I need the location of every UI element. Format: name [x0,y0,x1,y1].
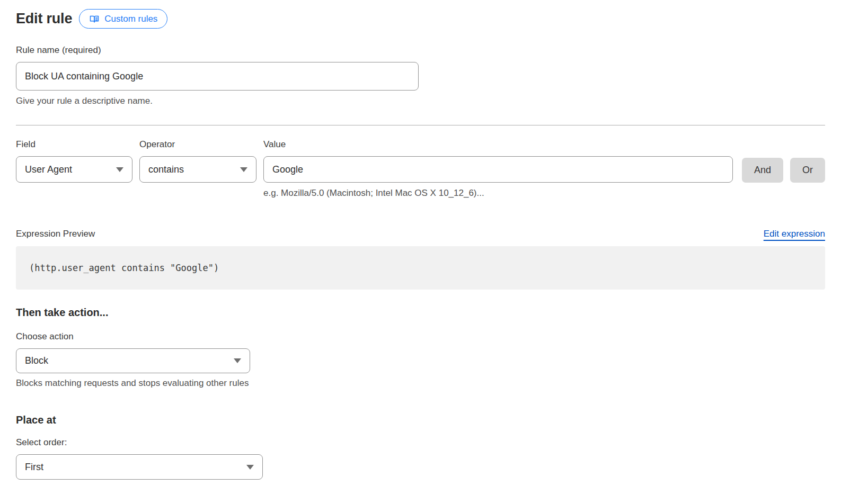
and-button[interactable]: And [742,158,783,183]
choose-action-label: Choose action [16,331,825,342]
field-column: Field User Agent [16,139,132,183]
or-button[interactable]: Or [790,158,825,183]
expression-preview-header: Expression Preview Edit expression [16,229,825,239]
chevron-down-icon [246,465,254,470]
select-order-label: Select order: [16,437,825,448]
action-select[interactable]: Block [16,348,250,373]
chevron-down-icon [234,358,241,363]
edit-expression-link[interactable]: Edit expression [764,229,825,239]
operator-select-value: contains [148,164,184,175]
page-header: Edit rule Custom rules [16,9,825,29]
action-section-heading: Then take action... [16,307,825,319]
page-title: Edit rule [16,11,72,27]
value-input[interactable] [263,156,733,183]
order-select[interactable]: First [16,454,263,480]
rule-name-help: Give your rule a descriptive name. [16,96,825,106]
custom-rules-badge-button[interactable]: Custom rules [79,9,167,29]
action-help: Blocks matching requests and stops evalu… [16,378,825,389]
operator-select[interactable]: contains [139,156,256,183]
field-select-value: User Agent [25,164,72,175]
value-column: Value e.g. Mozilla/5.0 (Macintosh; Intel… [263,139,733,199]
place-at-heading: Place at [16,414,825,426]
expression-builder-row: Field User Agent Operator contains Value… [16,139,825,199]
expression-code: (http.user_agent contains "Google") [29,263,219,273]
operator-label: Operator [139,139,256,150]
rule-name-input[interactable] [16,62,419,91]
chevron-down-icon [240,167,247,172]
expression-preview-label: Expression Preview [16,229,95,239]
action-select-value: Block [25,355,48,366]
operator-column: Operator contains [139,139,256,183]
rule-name-section: Rule name (required) Give your rule a de… [16,45,825,106]
order-select-value: First [25,462,43,473]
custom-rules-badge-label: Custom rules [104,14,157,24]
field-label: Field [16,139,132,150]
section-divider [16,125,825,125]
rule-name-label: Rule name (required) [16,45,825,56]
edit-rule-page: Edit rule Custom rules Rule name (requir… [0,0,841,480]
value-help: e.g. Mozilla/5.0 (Macintosh; Intel Mac O… [263,188,733,199]
expression-preview-section: Expression Preview Edit expression (http… [16,229,825,290]
value-label: Value [263,139,733,150]
chevron-down-icon [116,167,123,172]
expression-preview-box: (http.user_agent contains "Google") [16,246,825,290]
field-select[interactable]: User Agent [16,156,132,183]
and-or-buttons: And Or [742,139,825,183]
open-book-icon [89,14,100,24]
